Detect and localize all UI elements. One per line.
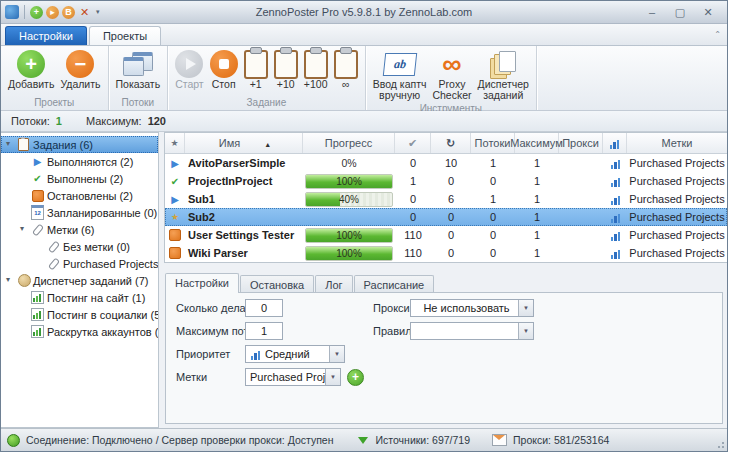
stop-button[interactable]: Стоп xyxy=(207,48,241,91)
caret-icon[interactable] xyxy=(6,275,10,284)
add-label-button[interactable]: + xyxy=(347,369,364,386)
quick-play-icon[interactable]: ▸ xyxy=(46,6,59,19)
table-row-projectinproject[interactable]: ProjectInProject 100% 1 0 0 1 Purchased … xyxy=(165,172,727,190)
task-progress: 100% xyxy=(303,246,395,261)
show-threads-button[interactable]: Показать xyxy=(113,48,164,91)
tab-settings[interactable]: Настройки xyxy=(5,26,87,45)
proxies-text: Прокси: 581/253164 xyxy=(513,434,609,446)
stats-icon[interactable] xyxy=(610,248,621,259)
stats-icon[interactable] xyxy=(610,230,621,241)
ribbon-collapse-icon[interactable]: ⌃ xyxy=(714,30,721,39)
sources-text: Источники: 697/719 xyxy=(376,434,470,446)
labels-select[interactable]: Purchased Projects xyxy=(245,368,341,386)
quick-cut-icon[interactable]: ✕ xyxy=(78,6,91,19)
resize-grip[interactable] xyxy=(715,439,725,449)
done-count: 0 xyxy=(395,157,431,169)
separator xyxy=(24,5,25,19)
group-projects: + Добавить − Удалить Проекты xyxy=(1,46,109,110)
caret-icon[interactable] xyxy=(6,139,10,148)
chevron-down-icon[interactable] xyxy=(518,300,533,316)
close-button[interactable]: ✕ xyxy=(701,6,715,19)
repeat-count: 0 xyxy=(431,229,471,241)
clipboard-icon xyxy=(274,50,298,79)
max-count: 1 xyxy=(515,175,559,187)
table-row-avitoparsersimple[interactable]: AvitoParserSimple 0% 0 10 1 1 Purchased … xyxy=(165,154,727,172)
quick-b-icon[interactable]: B xyxy=(62,6,75,19)
threads-count: 0 xyxy=(471,175,515,187)
how-many-input[interactable] xyxy=(245,299,283,317)
done-column-header-check-icon[interactable] xyxy=(395,133,431,153)
proxy-column-header[interactable]: Прокси xyxy=(559,133,603,153)
detail-tab-stopping[interactable]: Остановка xyxy=(240,275,314,293)
add-100-tasks-button[interactable]: +100 xyxy=(301,48,331,91)
chevron-down-icon[interactable] xyxy=(325,369,340,385)
main-content: Задания (6) Выполняются (2) Выполнены (2… xyxy=(1,132,727,428)
ribbon-toolbar: + Добавить − Удалить Проекты Показать По… xyxy=(1,45,727,111)
chevron-down-icon[interactable] xyxy=(518,323,533,339)
task-name: Sub1 xyxy=(185,193,303,205)
task-manager-button[interactable]: Диспетчер заданий xyxy=(475,48,532,102)
tree-item-no-label[interactable]: Без метки (0) xyxy=(1,238,158,255)
caret-icon[interactable] xyxy=(20,224,24,233)
detail-tab-settings[interactable]: Настройки xyxy=(165,273,239,293)
stats-icon[interactable] xyxy=(610,212,621,223)
stats-icon[interactable] xyxy=(610,158,621,169)
progress-column-header[interactable]: Прогресс xyxy=(303,133,395,153)
tree-item-labels[interactable]: Метки (6) xyxy=(1,221,158,238)
state-column-header-star-icon[interactable] xyxy=(165,133,185,153)
proxy-checker-button[interactable]: ∞ Proxy Checker xyxy=(429,48,474,102)
ribbon-spacer xyxy=(537,46,727,110)
rules-select[interactable] xyxy=(410,322,534,340)
detail-tab-log[interactable]: Лог xyxy=(315,275,352,293)
group-task: Старт Стоп +1 +10 +100 xyxy=(168,46,366,110)
tree-item-posting-site[interactable]: Постинг на сайт (1) xyxy=(1,289,158,306)
tree-item-scheduled[interactable]: 12 Запланированные (0) xyxy=(1,204,158,221)
task-name: User Settings Tester xyxy=(185,229,303,241)
max-column-header[interactable]: Максимум xyxy=(515,133,559,153)
chevron-down-icon[interactable] xyxy=(329,346,344,362)
tree-item-tasks[interactable]: Задания (6) xyxy=(1,136,158,153)
tree-item-completed[interactable]: Выполнены (2) xyxy=(1,170,158,187)
stopped-icon xyxy=(169,229,181,241)
maximize-button[interactable]: ▢ xyxy=(673,6,687,19)
start-button[interactable]: Старт xyxy=(172,48,207,91)
tree-item-running[interactable]: Выполняются (2) xyxy=(1,153,158,170)
stats-icon[interactable] xyxy=(610,176,621,187)
detail-tab-schedule[interactable]: Расписание xyxy=(354,275,435,293)
table-row-wiki-parser[interactable]: Wiki Parser 100% 110 0 0 1 Purchased Pro… xyxy=(165,244,727,262)
quick-add-icon[interactable]: + xyxy=(30,6,43,19)
title-bar[interactable]: + ▸ B ✕ ▾ ZennoPoster Pro v5.9.8.1 by Ze… xyxy=(1,1,727,24)
tree-item-posting-social[interactable]: Постинг в социалки (5) xyxy=(1,306,158,323)
max-count: 1 xyxy=(515,157,559,169)
repeat-column-header-refresh-icon[interactable] xyxy=(431,133,471,153)
quick-access-dropdown-icon[interactable]: ▾ xyxy=(96,8,100,16)
manual-captcha-button[interactable]: ab Ввод каптч вручную xyxy=(370,48,430,102)
tree-item-task-manager[interactable]: Диспетчер заданий (7) xyxy=(1,272,158,289)
add-10-tasks-button[interactable]: +10 xyxy=(271,48,301,91)
table-row-sub2[interactable]: Sub2 0 0 0 1 Purchased Projects xyxy=(165,208,727,226)
name-column-header[interactable]: Имя xyxy=(185,133,303,153)
labels-column-header[interactable]: Метки xyxy=(627,133,727,153)
tree-item-account-promotion[interactable]: Раскрутка аккаунтов (1) xyxy=(1,323,158,340)
table-row-sub1[interactable]: Sub1 40% 0 6 1 1 Purchased Projects xyxy=(165,190,727,208)
tree-item-purchased-projects[interactable]: Purchased Projects (6) xyxy=(1,255,158,272)
add-1-task-button[interactable]: +1 xyxy=(241,48,271,91)
threads-column-header[interactable]: Потоки xyxy=(471,133,515,153)
priority-select[interactable]: Средний xyxy=(245,345,345,363)
group-label: Потоки xyxy=(113,96,164,110)
delete-project-button[interactable]: − Удалить xyxy=(57,48,103,91)
stats-column-header[interactable] xyxy=(603,133,627,153)
max-threads-input[interactable] xyxy=(245,322,283,340)
tree-item-stopped[interactable]: Остановлены (2) xyxy=(1,187,158,204)
minimize-button[interactable]: – xyxy=(645,6,659,19)
tab-projects[interactable]: Проекты xyxy=(89,26,161,45)
add-infinite-tasks-button[interactable]: ∞ xyxy=(331,48,361,91)
stats-icon[interactable] xyxy=(610,194,621,205)
sources-download-icon xyxy=(358,437,368,444)
priority-label: Приоритет xyxy=(176,348,230,360)
add-project-button[interactable]: + Добавить xyxy=(5,48,57,91)
table-row-user-settings-tester[interactable]: User Settings Tester 100% 110 0 0 1 Purc… xyxy=(165,226,727,244)
threads-count: 1 xyxy=(471,193,515,205)
threads-count: 0 xyxy=(471,229,515,241)
proxy-select[interactable]: Не использовать xyxy=(410,299,534,317)
